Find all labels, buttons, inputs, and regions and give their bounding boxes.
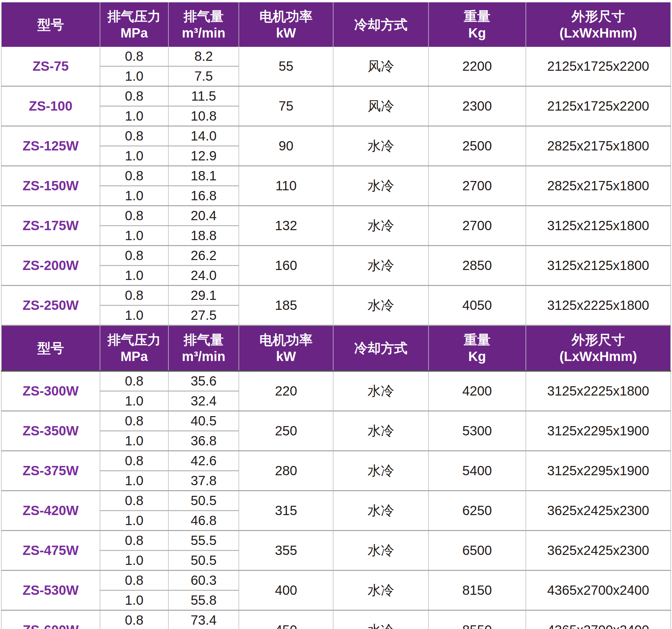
model-cell: ZS-600W <box>1 610 100 629</box>
model-cell: ZS-150W <box>1 166 100 206</box>
pressure-cell: 0.8 <box>100 206 168 226</box>
table-header-row: 型号 排气压力MPa 排气量m³/min 电机功率kW 冷却方式 重量Kg 外形… <box>1 325 671 371</box>
spec-row: ZS-475W 0.8 55.5 355 水冷 6500 3625x2425x2… <box>1 531 671 551</box>
weight-cell: 5300 <box>429 411 526 451</box>
pressure-cell: 0.8 <box>100 286 168 306</box>
flow-cell: 16.8 <box>168 186 239 206</box>
weight-cell: 5400 <box>429 451 526 491</box>
header-unit: kW <box>239 348 333 365</box>
model-cell: ZS-300W <box>1 371 100 411</box>
weight-cell: 2850 <box>429 246 526 286</box>
weight-cell: 8550 <box>429 610 526 629</box>
flow-cell: 50.5 <box>168 491 239 511</box>
spec-row: ZS-350W 0.8 40.5 250 水冷 5300 3125x2295x1… <box>1 411 671 431</box>
flow-cell: 20.4 <box>168 206 239 226</box>
dimensions-cell: 3125x2295x1900 <box>526 451 671 491</box>
header-title: 电机功率 <box>239 8 333 25</box>
pressure-cell: 0.8 <box>100 371 168 391</box>
col-header-cooling: 冷却方式 <box>333 2 429 47</box>
flow-cell: 46.8 <box>168 511 239 531</box>
header-title: 排气量 <box>169 332 239 348</box>
pressure-cell: 0.8 <box>100 86 168 106</box>
spec-row: ZS-600W 0.8 73.4 450 水冷 8550 4365x2700x2… <box>1 610 671 629</box>
col-header-weight: 重量Kg <box>429 2 526 47</box>
header-unit: m³/min <box>169 348 239 365</box>
header-title: 重量 <box>429 8 526 25</box>
dimensions-cell: 3125x2225x1800 <box>526 371 671 411</box>
power-cell: 315 <box>239 491 333 531</box>
pressure-cell: 1.0 <box>100 266 168 286</box>
model-cell: ZS-350W <box>1 411 100 451</box>
pressure-cell: 1.0 <box>100 590 168 610</box>
pressure-cell: 0.8 <box>100 126 168 146</box>
flow-cell: 37.8 <box>168 471 239 491</box>
header-unit: (LxWxHmm) <box>526 348 670 365</box>
weight-cell: 4050 <box>429 286 526 325</box>
weight-cell: 2200 <box>429 47 526 86</box>
pressure-cell: 0.8 <box>100 451 168 471</box>
header-title: 外形尺寸 <box>526 332 670 348</box>
col-header-model: 型号 <box>1 2 100 47</box>
flow-cell: 42.6 <box>168 451 239 471</box>
dimensions-cell: 4365x2700x2400 <box>526 610 671 629</box>
flow-cell: 11.5 <box>168 86 239 106</box>
pressure-cell: 1.0 <box>100 431 168 451</box>
header-title: 重量 <box>429 332 526 348</box>
model-cell: ZS-420W <box>1 491 100 531</box>
pressure-cell: 1.0 <box>100 67 168 86</box>
spec-row: ZS-530W 0.8 60.3 400 水冷 8150 4365x2700x2… <box>1 571 671 590</box>
spec-row: ZS-150W 0.8 18.1 110 水冷 2700 2825x2175x1… <box>1 166 671 186</box>
dimensions-cell: 2825x2175x1800 <box>526 166 671 206</box>
model-cell: ZS-375W <box>1 451 100 491</box>
model-cell: ZS-75 <box>1 47 100 86</box>
cooling-cell: 水冷 <box>333 610 429 629</box>
dimensions-cell: 4365x2700x2400 <box>526 571 671 610</box>
weight-cell: 6250 <box>429 491 526 531</box>
header-title: 冷却方式 <box>334 16 428 33</box>
dimensions-cell: 3625x2425x2300 <box>526 531 671 571</box>
header-unit: Kg <box>429 348 526 365</box>
header-title: 外形尺寸 <box>526 8 670 25</box>
header-title: 排气压力 <box>100 8 168 25</box>
flow-cell: 14.0 <box>168 126 239 146</box>
weight-cell: 4200 <box>429 371 526 411</box>
flow-cell: 24.0 <box>168 266 239 286</box>
power-cell: 450 <box>239 610 333 629</box>
cooling-cell: 水冷 <box>333 126 429 166</box>
col-header-cooling: 冷却方式 <box>333 325 429 371</box>
flow-cell: 35.6 <box>168 371 239 391</box>
cooling-cell: 水冷 <box>333 371 429 411</box>
flow-cell: 50.5 <box>168 551 239 571</box>
cooling-cell: 水冷 <box>333 411 429 451</box>
pressure-cell: 1.0 <box>100 306 168 325</box>
pressure-cell: 1.0 <box>100 511 168 531</box>
col-header-model: 型号 <box>1 325 100 371</box>
model-cell: ZS-530W <box>1 571 100 610</box>
header-unit: MPa <box>100 348 168 365</box>
header-title: 电机功率 <box>239 332 333 348</box>
power-cell: 355 <box>239 531 333 571</box>
spec-row: ZS-250W 0.8 29.1 185 水冷 4050 3125x2225x1… <box>1 286 671 306</box>
header-title: 型号 <box>2 340 100 356</box>
pressure-cell: 1.0 <box>100 186 168 206</box>
flow-cell: 32.4 <box>168 391 239 411</box>
model-cell: ZS-175W <box>1 206 100 246</box>
dimensions-cell: 3125x2125x1800 <box>526 206 671 246</box>
pressure-cell: 1.0 <box>100 226 168 246</box>
col-header-power: 电机功率kW <box>239 325 333 371</box>
cooling-cell: 风冷 <box>333 47 429 86</box>
col-header-power: 电机功率kW <box>239 2 333 47</box>
spec-table: 型号 排气压力MPa 排气量m³/min 电机功率kW 冷却方式 重量Kg 外形… <box>1 2 671 629</box>
flow-cell: 60.3 <box>168 571 239 590</box>
col-header-dimensions: 外形尺寸(LxWxHmm) <box>526 2 671 47</box>
header-unit: m³/min <box>169 25 239 41</box>
pressure-cell: 0.8 <box>100 531 168 551</box>
pressure-cell: 0.8 <box>100 411 168 431</box>
flow-cell: 18.1 <box>168 166 239 186</box>
spec-row: ZS-300W 0.8 35.6 220 水冷 4200 3125x2225x1… <box>1 371 671 391</box>
spec-row: ZS-420W 0.8 50.5 315 水冷 6250 3625x2425x2… <box>1 491 671 511</box>
flow-cell: 27.5 <box>168 306 239 325</box>
power-cell: 400 <box>239 571 333 610</box>
weight-cell: 2300 <box>429 86 526 126</box>
weight-cell: 8150 <box>429 571 526 610</box>
